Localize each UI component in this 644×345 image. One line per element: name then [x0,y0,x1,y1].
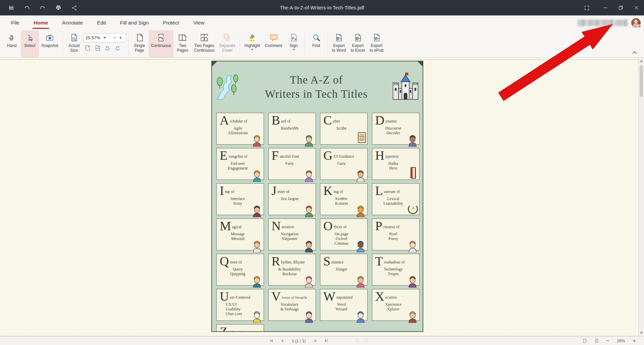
title-card-i: I mp of InterfaceIrony [216,183,264,215]
title-card-d: D ynamic DiscourseDecoder [372,113,420,145]
highlight-button[interactable]: Highlight [242,30,263,57]
share-button[interactable] [70,4,78,11]
zoom-dropdown-caret-icon[interactable] [103,37,106,39]
fit-page-button[interactable] [84,44,91,52]
rockstar-character-icon [304,275,314,288]
sign-dropdown-caret-icon[interactable] [292,49,295,50]
search-icon [312,33,321,43]
title-card-z: Z ealot of [216,324,264,332]
page-indicator[interactable]: 1 (1 / 1) [292,339,306,343]
title-card-j: J ester of Jira Jargon [268,183,316,215]
status-zoom-in-button[interactable]: + [633,339,636,343]
title-card-q: Q ueen of QueryQuipping [216,254,264,286]
title-card-s: S entence Slinger [320,254,368,286]
collapse-toolbar-button[interactable] [631,50,639,55]
export-to-excel-button[interactable]: X Export to Excel [348,30,367,57]
first-page-button[interactable] [268,338,274,344]
window-titlebar: The-A-to-Z-of-Writers-in-Tech-Titles.pdf [0,0,644,15]
undo-button[interactable] [23,4,31,11]
zoom-combobox[interactable]: 25.57% − + [83,33,126,42]
continuous-icon [157,33,165,43]
card-text-line: Oxford [323,236,360,241]
zoom-out-button[interactable]: − [112,35,118,41]
card-text-line: Alliterations [220,131,256,135]
export-to-epub-button[interactable]: e Export to ePub [367,30,386,57]
highlighter-icon [248,33,257,43]
card-first-line-text: mp of [225,190,234,194]
priestess-character-icon [407,240,418,252]
status-zoom-out-button[interactable]: − [606,339,609,343]
menu-tab-annotate[interactable]: Annotate [55,15,90,30]
two-pages-button[interactable]: Two Pages [173,30,192,57]
highlight-dropdown-caret-icon[interactable] [251,49,254,50]
zoom-in-button[interactable]: + [118,35,124,41]
print-button[interactable] [55,4,62,11]
card-drop-cap-letter: D [375,115,384,126]
save-button[interactable] [7,4,15,11]
two-pages-continuous-button[interactable]: Two Pages Continuous [192,30,217,57]
menu-tab-view[interactable]: View [186,15,211,30]
menu-tab-protect[interactable]: Protect [156,15,186,30]
title-card-p: P riestess of PixelPoesy [372,218,420,250]
select-icon [26,33,34,43]
rotate-left-button[interactable] [104,44,111,52]
continuous-button[interactable]: Continuous [149,30,174,57]
castle-illustration [392,72,419,102]
signature-icon [289,33,298,43]
last-page-button[interactable] [323,338,329,344]
menu-bar: File Home Annotate Edit Fill and Sign Pr… [0,15,644,30]
actual-size-icon: 1:1 [70,33,78,43]
vertical-scrollbar[interactable] [638,58,644,336]
export-to-word-button[interactable]: W Export to Word [330,30,348,57]
previous-page-button[interactable] [279,338,285,344]
close-button[interactable] [629,0,644,15]
comment-button[interactable]: Comment [263,30,285,57]
page-title-line1: The A-Z of [241,73,392,87]
next-view-button[interactable] [364,338,368,344]
card-first-line-text: ynamic [385,119,397,123]
card-drop-cap-letter: K [323,185,332,196]
fit-width-button[interactable] [94,44,101,52]
continuous-view-button[interactable] [594,338,600,344]
card-first-line-text: ypertext [385,154,398,158]
title-card-m: M agical MessageMessiah [216,218,264,250]
sign-button[interactable]: Sign [285,30,303,57]
sentence-slinger-character-icon [355,275,366,288]
svg-text:W: W [338,38,340,40]
minimize-button[interactable] [598,0,613,15]
card-first-line-text: arrative [282,225,294,229]
document-viewport[interactable]: The A-Z of Writers in Tech Titles [0,58,638,336]
menu-tab-fill-and-sign[interactable]: Fill and Sign [113,15,156,30]
card-first-line-text: vangelist of [228,154,247,158]
rotate-right-button[interactable] [114,44,121,52]
laurel-wreath-icon [408,204,418,214]
scroll-up-button[interactable] [639,58,644,64]
card-first-line-text: UI Guidance [333,154,354,158]
snapshot-button[interactable]: Snapshot [39,30,61,57]
actual-size-button[interactable]: 1:1 Actual Size [65,30,83,57]
fullscreen-icon[interactable] [579,0,594,15]
menu-tab-file[interactable]: File [4,15,26,30]
previous-view-button[interactable] [355,338,360,344]
scrollbar-thumb[interactable] [640,65,643,97]
account-avatar[interactable] [631,18,641,28]
next-page-button[interactable] [312,338,318,344]
title-card-g: G UI Guidance Guru [320,148,368,180]
hand-tool-button[interactable]: Hand [3,30,21,57]
restore-button[interactable] [613,0,629,15]
redo-button[interactable] [39,4,46,11]
card-drop-cap-letter: S [323,256,330,267]
find-button[interactable]: Find [307,30,325,57]
wizard-character-icon [355,310,366,323]
select-tool-button[interactable]: Select [21,30,39,57]
export-excel-icon: X [354,33,362,43]
scroll-down-button[interactable] [639,330,644,336]
single-page-view-button[interactable] [582,338,588,344]
card-first-line-text: roubadour of [384,260,405,264]
title-card-e: E vangelist of End-userEngagement [216,148,264,180]
menu-tab-home[interactable]: Home [26,15,55,30]
comment-bubble-icon [269,33,278,43]
menu-tab-edit[interactable]: Edit [90,15,113,30]
single-page-button[interactable]: Single Page [130,30,149,57]
card-drop-cap-letter: U [220,291,229,302]
